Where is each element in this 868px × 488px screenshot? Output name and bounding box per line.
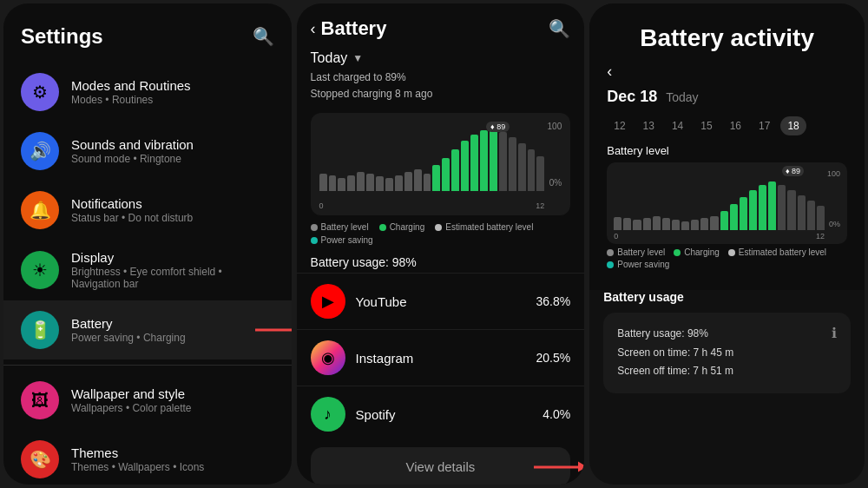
chart-bar	[653, 216, 661, 230]
right-chart-label-0: 0%	[829, 220, 840, 228]
display-subtitle: Brightness • Eye comfort shield • Naviga…	[71, 266, 274, 290]
chart-bar	[357, 172, 365, 191]
app-usage-item[interactable]: ▶ YouTube 36.8%	[297, 273, 585, 329]
chart-bar	[787, 190, 795, 230]
spotify-pct: 4.0%	[542, 407, 570, 421]
instagram-icon: ◉	[311, 340, 345, 375]
chart-bar	[778, 185, 786, 230]
right-battery-chart: ♦ 89 100 0% 0 12	[607, 162, 847, 244]
search-button[interactable]: 🔍	[253, 26, 274, 47]
legend-item: Charging	[379, 222, 425, 232]
modes-subtitle: Modes • Routines	[71, 94, 274, 106]
right-chart-x: 0 12	[614, 232, 840, 241]
date-chip[interactable]: 16	[723, 116, 748, 135]
legend-dot	[311, 237, 318, 244]
chart-bar	[623, 218, 631, 230]
battery-chart: ♦ 89 100 0% 0 12	[311, 113, 571, 215]
activity-back-button[interactable]: ‹	[607, 63, 612, 81]
chart-bar	[376, 176, 384, 191]
chart-bar	[672, 220, 680, 230]
charge-line1: Last charged to 89%	[311, 69, 571, 86]
date-label: Dec 18	[607, 88, 657, 106]
settings-item-battery[interactable]: 🔋 Battery Power saving • Charging	[3, 300, 292, 359]
legend-label: Power saving	[321, 235, 373, 245]
right-chart-pin: ♦ 89	[782, 166, 804, 176]
themes-icon: 🎨	[21, 440, 59, 478]
date-chip[interactable]: 15	[694, 116, 719, 135]
chart-area: ♦ 89 100 0%	[319, 122, 562, 200]
chart-bar	[347, 175, 355, 191]
view-details-arrow	[534, 465, 584, 468]
app-usage-list: ▶ YouTube 36.8% ◉ Instagram 20.5% ♪ Spot…	[297, 273, 585, 442]
back-button[interactable]: ‹	[311, 20, 316, 38]
view-details-label: View details	[406, 459, 476, 474]
chart-bar	[490, 129, 497, 191]
themes-title: Themes	[71, 445, 274, 460]
modes-text: Modes and Routines Modes • Routines	[71, 78, 274, 106]
legend-dot	[674, 249, 681, 256]
legend-dot	[728, 249, 735, 256]
battery-search-button[interactable]: 🔍	[549, 18, 570, 39]
chart-bar	[509, 137, 516, 191]
chart-bar	[700, 218, 708, 230]
date-chip[interactable]: 14	[665, 116, 690, 135]
date-chip[interactable]: 18	[780, 116, 806, 135]
sounds-title: Sounds and vibration	[71, 137, 274, 152]
chart-bar	[749, 190, 757, 230]
settings-list: ⚙ Modes and Routines Modes • Routines 🔊 …	[3, 63, 292, 485]
display-text: Display Brightness • Eye comfort shield …	[71, 250, 274, 290]
settings-item-wallpaper[interactable]: 🖼 Wallpaper and style Wallpapers • Color…	[3, 371, 292, 430]
info-icon[interactable]: ℹ	[832, 325, 837, 341]
notifications-text: Notifications Status bar • Do not distur…	[71, 196, 274, 224]
sounds-text: Sounds and vibration Sound mode • Ringto…	[71, 137, 274, 165]
chart-bar	[499, 132, 507, 191]
chart-bar	[470, 135, 478, 191]
date-chip[interactable]: 17	[752, 116, 777, 135]
settings-item-display[interactable]: ☀ Display Brightness • Eye comfort shiel…	[3, 240, 292, 300]
chart-bar	[720, 211, 728, 230]
right-chart-legend: Battery levelChargingEstimated battery l…	[607, 247, 847, 269]
app-usage-item[interactable]: ◉ Instagram 20.5%	[297, 329, 585, 386]
settings-item-sounds[interactable]: 🔊 Sounds and vibration Sound mode • Ring…	[3, 122, 292, 181]
right-chart-x-left: 0	[614, 232, 618, 241]
notifications-icon: 🔔	[21, 191, 59, 229]
period-selector[interactable]: Today ▼	[297, 47, 585, 68]
usage-label: Battery usage: 98%	[297, 250, 585, 273]
instagram-pct: 20.5%	[536, 351, 571, 365]
date-chip[interactable]: 12	[607, 116, 632, 135]
legend-dot	[607, 249, 614, 256]
youtube-name: YouTube	[356, 294, 536, 309]
notifications-subtitle: Status bar • Do not disturb	[71, 212, 274, 224]
activity-top-section: Battery activity ‹ Dec 18 Today 12131415…	[589, 3, 865, 290]
settings-item-modes[interactable]: ⚙ Modes and Routines Modes • Routines	[3, 63, 292, 122]
settings-item-themes[interactable]: 🎨 Themes Themes • Wallpapers • Icons	[3, 430, 292, 485]
modes-title: Modes and Routines	[71, 78, 274, 93]
legend-label: Battery level	[321, 222, 369, 232]
charge-line2: Stopped charging 8 m ago	[311, 86, 571, 102]
chart-bar	[480, 130, 488, 191]
battery-usage-title: Battery usage	[603, 290, 851, 304]
legend-item: Power saving	[607, 260, 669, 269]
usage-stats-card: Battery usage: 98% Screen on time: 7 h 4…	[603, 313, 851, 393]
chart-bar	[614, 217, 621, 230]
spotify-name: Spotify	[356, 407, 543, 422]
battery-icon: 🔋	[21, 311, 59, 349]
view-details-button[interactable]: View details	[311, 447, 571, 485]
chart-bar	[451, 149, 459, 191]
app-usage-item[interactable]: ♪ Spotify 4.0%	[297, 386, 585, 442]
battery-subtitle: Power saving • Charging	[71, 332, 274, 344]
chart-pin: ♦ 89	[486, 122, 510, 132]
chart-bar	[424, 174, 431, 191]
dropdown-arrow-icon: ▼	[352, 52, 363, 64]
wallpaper-subtitle: Wallpapers • Color palette	[71, 402, 274, 414]
battery-level-label: Battery level	[607, 144, 847, 157]
chart-bar	[730, 204, 738, 230]
chart-bar	[681, 221, 689, 230]
legend-item: Estimated battery level	[728, 247, 826, 257]
chart-bar	[329, 175, 337, 191]
chart-bar	[461, 141, 469, 191]
settings-item-notifications[interactable]: 🔔 Notifications Status bar • Do not dist…	[3, 181, 292, 240]
date-chip[interactable]: 13	[636, 116, 661, 135]
modes-icon: ⚙	[21, 73, 59, 111]
chart-x-right: 12	[536, 201, 544, 210]
